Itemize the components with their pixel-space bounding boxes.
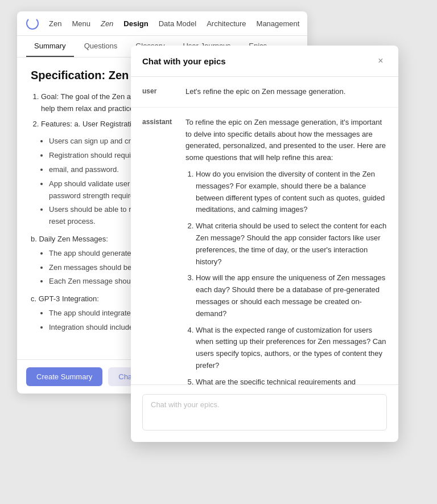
assistant-question-4: What is the expected range of customizat… <box>196 325 387 372</box>
top-nav: Zen Menu Zen Design Data Model Architect… <box>17 11 307 36</box>
user-message-content: Let's refine the epic on Zen message gen… <box>185 86 387 98</box>
chat-message-user: user Let's refine the epic on Zen messag… <box>131 77 398 108</box>
assistant-question-2: What criteria should be used to select t… <box>196 220 387 268</box>
assistant-intro: To refine the epic on Zen message genera… <box>185 118 386 162</box>
chat-messages: user Let's refine the epic on Zen messag… <box>131 77 398 384</box>
nav-item-zen-italic[interactable]: Zen <box>101 19 113 28</box>
nav-item-architecture[interactable]: Architecture <box>207 19 246 28</box>
chat-modal: Chat with your epics × user Let's refine… <box>131 46 398 442</box>
assistant-question-1: How do you envision the diversity of con… <box>196 169 387 216</box>
chat-input-area <box>131 384 398 442</box>
assistant-role-label: assistant <box>142 117 176 126</box>
chat-close-button[interactable]: × <box>374 55 387 67</box>
chat-input[interactable] <box>142 394 387 431</box>
nav-item-management[interactable]: Management <box>257 19 300 28</box>
tab-questions[interactable]: Questions <box>76 36 126 57</box>
nav-item-zen[interactable]: Zen <box>49 19 61 28</box>
assistant-question-3: How will the app ensure the uniqueness o… <box>196 272 387 319</box>
create-summary-button[interactable]: Create Summary <box>26 367 102 386</box>
chat-modal-title: Chat with your epics <box>142 56 226 66</box>
assistant-question-5: What are the specific technical requirem… <box>196 376 387 384</box>
user-role-label: user <box>142 86 176 95</box>
chat-header: Chat with your epics × <box>131 46 398 77</box>
tab-summary[interactable]: Summary <box>26 36 74 57</box>
assistant-questions-list: How do you envision the diversity of con… <box>185 169 387 384</box>
nav-item-design[interactable]: Design <box>123 19 148 28</box>
assistant-message-content: To refine the epic on Zen message genera… <box>185 117 387 384</box>
chat-message-assistant: assistant To refine the epic on Zen mess… <box>131 108 398 384</box>
logo-icon <box>26 17 39 30</box>
nav-item-menu[interactable]: Menu <box>72 19 90 28</box>
nav-item-data-model[interactable]: Data Model <box>159 19 196 28</box>
